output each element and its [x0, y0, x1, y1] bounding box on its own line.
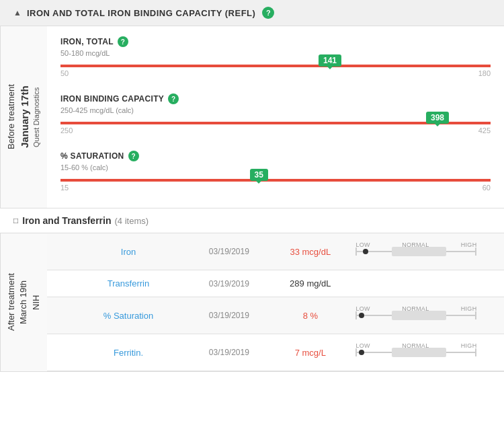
saturation-help-icon[interactable]: ? — [128, 151, 139, 161]
row-date: 03/19/2019 — [186, 334, 271, 371]
row-chart: LOWNORMALHIGH — [349, 334, 504, 371]
iron-binding-max: 425 — [478, 126, 491, 135]
help-icon[interactable]: ? — [262, 7, 274, 19]
section-title: IRON AND TOTAL IRON BINDING CAPACITY (RE… — [27, 8, 255, 18]
iron-total-name: IRON, TOTAL — [60, 37, 114, 46]
chart-marker — [359, 313, 364, 318]
before-source: Quest Diagnostics — [32, 87, 42, 147]
iron-total-help-icon[interactable]: ? — [118, 36, 128, 47]
section-header: ▲ IRON AND TOTAL IRON BINDING CAPACITY (… — [0, 0, 504, 26]
chart-high-label: HIGH — [461, 342, 477, 349]
iron-transferrin-table: Iron03/19/201933 mcg/dLLOWNORMALHIGHTran… — [47, 233, 504, 371]
row-chart: LOWNORMALHIGH — [349, 233, 504, 270]
inline-chart: LOWNORMALHIGH — [355, 241, 476, 262]
row-date: 03/19/2019 — [186, 297, 271, 334]
row-value: 8 % — [271, 297, 349, 334]
after-treatment-panel: After treatment March 19th NIH Iron03/19… — [0, 233, 504, 372]
chart-low-label: LOW — [355, 241, 370, 248]
data-table-container: Iron03/19/201933 mcg/dLLOWNORMALHIGHTran… — [47, 233, 504, 371]
iron-binding-value: 398 — [426, 112, 449, 124]
row-name[interactable]: Transferrin — [71, 270, 187, 297]
row-chart: LOWNORMALHIGH — [349, 297, 504, 334]
saturation-value: 35 — [250, 169, 268, 181]
iron-binding-help-icon[interactable]: ? — [168, 93, 179, 104]
after-source: NIH — [30, 295, 42, 309]
row-name[interactable]: % Saturation — [71, 297, 187, 334]
sub-section-count: (4 items) — [115, 216, 149, 226]
iron-binding-name: IRON BINDING CAPACITY — [60, 94, 164, 104]
row-name[interactable]: Iron — [71, 233, 187, 270]
side-label-before: Before treatment January 17th Quest Diag… — [0, 26, 47, 208]
metric-iron-binding: IRON BINDING CAPACITY ? 250-425 mcg/dL (… — [60, 93, 491, 137]
row-value: 289 mg/dL — [271, 270, 349, 297]
sub-section-title: Iron and Transferrin — [22, 215, 111, 226]
inline-chart: LOWNORMALHIGH — [355, 305, 476, 326]
before-treatment-panel: Before treatment January 17th Quest Diag… — [0, 26, 504, 208]
iron-total-bar: 141 50 180 — [60, 61, 491, 80]
iron-total-max: 180 — [478, 69, 491, 77]
collapse-icon[interactable]: □ — [13, 216, 18, 225]
after-date: March 19th — [17, 280, 30, 324]
table-row: % Saturation03/19/20198 %LOWNORMALHIGH — [47, 297, 504, 334]
chevron-up-icon[interactable]: ▲ — [13, 8, 22, 17]
before-label: Before treatment — [5, 85, 17, 150]
chart-high-label: HIGH — [461, 305, 477, 312]
metric-iron-total: IRON, TOTAL ? 50-180 mcg/dL 141 50 180 — [60, 36, 491, 80]
inline-chart: LOWNORMALHIGH — [355, 342, 476, 362]
row-chart — [349, 270, 504, 297]
table-row: Transferrin03/19/2019289 mg/dL — [47, 270, 504, 297]
row-value: 33 mcg/dL — [271, 233, 349, 270]
before-date: January 17th — [17, 86, 32, 149]
sub-section-header: □ Iron and Transferrin (4 items) — [0, 208, 504, 233]
after-label: After treatment — [5, 274, 17, 332]
iron-binding-bar: 398 250 425 — [60, 118, 491, 137]
chart-marker — [359, 350, 364, 355]
side-label-after: After treatment March 19th NIH — [0, 233, 47, 371]
iron-total-min: 50 — [60, 69, 69, 77]
row-name[interactable]: Ferritin. — [71, 334, 187, 371]
row-date: 03/19/2019 — [186, 233, 271, 270]
saturation-max: 60 — [482, 184, 491, 192]
iron-total-value: 141 — [319, 54, 341, 67]
iron-total-range: 50-180 mcg/dL — [60, 49, 491, 57]
metrics-panel: IRON, TOTAL ? 50-180 mcg/dL 141 50 180 I… — [47, 26, 504, 208]
saturation-range: 15-60 % (calc) — [60, 163, 491, 171]
chart-low-label: LOW — [355, 305, 370, 312]
chart-high-label: HIGH — [461, 241, 477, 248]
row-date: 03/19/2019 — [186, 270, 271, 297]
saturation-name: % SATURATION — [60, 151, 124, 161]
iron-binding-min: 250 — [60, 126, 73, 135]
chart-marker — [363, 249, 368, 254]
row-value: 7 mcg/L — [271, 334, 349, 371]
table-row: Ferritin.03/19/20197 mcg/LLOWNORMALHIGH — [47, 334, 504, 371]
saturation-bar: 35 15 60 — [60, 176, 491, 194]
table-row: Iron03/19/201933 mcg/dLLOWNORMALHIGH — [47, 233, 504, 270]
chart-low-label: LOW — [355, 342, 370, 349]
saturation-min: 15 — [60, 184, 69, 192]
metric-saturation: % SATURATION ? 15-60 % (calc) 35 15 60 — [60, 151, 491, 194]
